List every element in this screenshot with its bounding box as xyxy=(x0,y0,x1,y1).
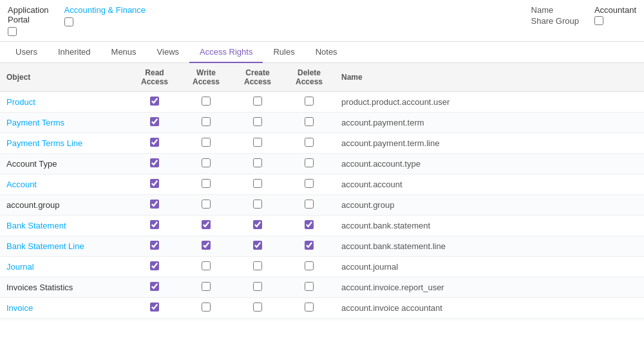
checkbox-delete[interactable] xyxy=(305,241,314,250)
checkbox-write[interactable] xyxy=(202,241,211,250)
checkbox-read[interactable] xyxy=(150,241,159,250)
checkbox-write[interactable] xyxy=(202,97,211,106)
checkbox-create[interactable] xyxy=(253,220,262,229)
table-row: Bank Statementaccount.bank.statement xyxy=(0,216,644,236)
checkbox-delete[interactable] xyxy=(305,138,314,147)
checkbox-create[interactable] xyxy=(253,261,262,270)
checkbox-read[interactable] xyxy=(150,220,159,229)
cell-object[interactable]: Payment Terms Line xyxy=(0,133,129,154)
cell-delete xyxy=(283,133,335,154)
checkbox-write[interactable] xyxy=(202,220,211,229)
cell-create xyxy=(232,216,283,236)
checkbox-write[interactable] xyxy=(202,261,211,270)
checkbox-read[interactable] xyxy=(150,97,159,106)
checkbox-create[interactable] xyxy=(253,179,262,188)
checkbox-create[interactable] xyxy=(253,117,262,126)
checkbox-write[interactable] xyxy=(202,282,211,291)
tab-notes[interactable]: Notes xyxy=(305,42,348,63)
checkbox-write[interactable] xyxy=(202,138,211,147)
checkbox-write[interactable] xyxy=(202,117,211,126)
tab-rules[interactable]: Rules xyxy=(263,42,305,63)
checkbox-create[interactable] xyxy=(253,241,262,250)
cell-read xyxy=(129,195,180,216)
cell-name: account.invoice.tax accountant xyxy=(335,319,644,321)
tab-access-rights[interactable]: Access Rights xyxy=(189,42,263,63)
tab-menus[interactable]: Menus xyxy=(101,42,147,63)
checkbox-delete[interactable] xyxy=(305,282,314,291)
tab-inherited[interactable]: Inherited xyxy=(48,42,101,63)
checkbox-delete[interactable] xyxy=(305,117,314,126)
accountant-section: Accountant xyxy=(594,5,636,25)
checkbox-create[interactable] xyxy=(253,97,262,106)
cell-object[interactable]: Journal xyxy=(0,257,129,277)
checkbox-read[interactable] xyxy=(150,179,159,188)
cell-write xyxy=(180,298,232,319)
cell-delete xyxy=(283,319,335,321)
cell-write xyxy=(180,257,232,277)
cell-read xyxy=(129,298,180,319)
checkbox-write[interactable] xyxy=(202,303,211,312)
accountant-label: Accountant xyxy=(594,5,636,15)
cell-read xyxy=(129,154,180,174)
checkbox-write[interactable] xyxy=(202,179,211,188)
checkbox-create[interactable] xyxy=(253,138,262,147)
checkbox-delete[interactable] xyxy=(305,220,314,229)
table-row: Account Typeaccount.account.type xyxy=(0,154,644,174)
checkbox-delete[interactable] xyxy=(305,261,314,270)
checkbox-delete[interactable] xyxy=(305,303,314,312)
checkbox-create[interactable] xyxy=(253,158,262,167)
cell-object[interactable]: Bank Statement xyxy=(0,216,129,236)
cell-name: account.bank.statement xyxy=(335,216,644,236)
checkbox-create[interactable] xyxy=(253,282,262,291)
cell-name: account.account.type xyxy=(335,154,644,174)
cell-object[interactable]: Invoice xyxy=(0,298,129,319)
checkbox-read[interactable] xyxy=(150,158,159,167)
cell-object[interactable]: Bank Statement Line xyxy=(0,236,129,257)
checkbox-read[interactable] xyxy=(150,138,159,147)
cell-object[interactable]: Payment Terms xyxy=(0,113,129,133)
share-group-label: Share Group xyxy=(531,16,579,26)
checkbox-delete[interactable] xyxy=(305,179,314,188)
checkbox-create[interactable] xyxy=(253,303,262,312)
cell-write xyxy=(180,92,232,113)
cell-object[interactable]: Account xyxy=(0,174,129,195)
table-row: Productproduct.product.account.user xyxy=(0,92,644,113)
cell-create xyxy=(232,257,283,277)
accounting-checkbox[interactable] xyxy=(64,17,73,26)
cell-object: account.group xyxy=(0,195,129,216)
cell-delete xyxy=(283,113,335,133)
table-row: Payment Termsaccount.payment.term xyxy=(0,113,644,133)
checkbox-read[interactable] xyxy=(150,200,159,209)
name-label: Name xyxy=(531,5,554,15)
checkbox-read[interactable] xyxy=(150,261,159,270)
cell-name: account.account xyxy=(335,174,644,195)
cell-write xyxy=(180,277,232,298)
cell-name: account.journal xyxy=(335,257,644,277)
tab-users[interactable]: Users xyxy=(5,42,48,63)
checkbox-read[interactable] xyxy=(150,117,159,126)
checkbox-write[interactable] xyxy=(202,158,211,167)
checkbox-read[interactable] xyxy=(150,303,159,312)
cell-delete xyxy=(283,277,335,298)
table-row: Invoices Statisticsaccount.invoice.repor… xyxy=(0,277,644,298)
col-header-write: WriteAccess xyxy=(180,63,232,92)
cell-write xyxy=(180,174,232,195)
accountant-checkbox[interactable] xyxy=(594,16,603,25)
checkbox-read[interactable] xyxy=(150,282,159,291)
checkbox-delete[interactable] xyxy=(305,97,314,106)
share-group-row: Share Group xyxy=(531,16,579,26)
checkbox-delete[interactable] xyxy=(305,200,314,209)
cell-write xyxy=(180,216,232,236)
col-header-object: Object xyxy=(0,63,129,92)
checkbox-delete[interactable] xyxy=(305,158,314,167)
checkbox-create[interactable] xyxy=(253,200,262,209)
cell-object[interactable]: Product xyxy=(0,92,129,113)
portal-checkbox[interactable] xyxy=(8,27,17,36)
checkbox-write[interactable] xyxy=(202,200,211,209)
cell-read xyxy=(129,133,180,154)
cell-delete xyxy=(283,195,335,216)
cell-create xyxy=(232,277,283,298)
cell-object[interactable]: Invoice Tax xyxy=(0,319,129,321)
tab-views[interactable]: Views xyxy=(147,42,189,63)
accounting-link[interactable]: Accounting & Finance xyxy=(64,5,146,15)
